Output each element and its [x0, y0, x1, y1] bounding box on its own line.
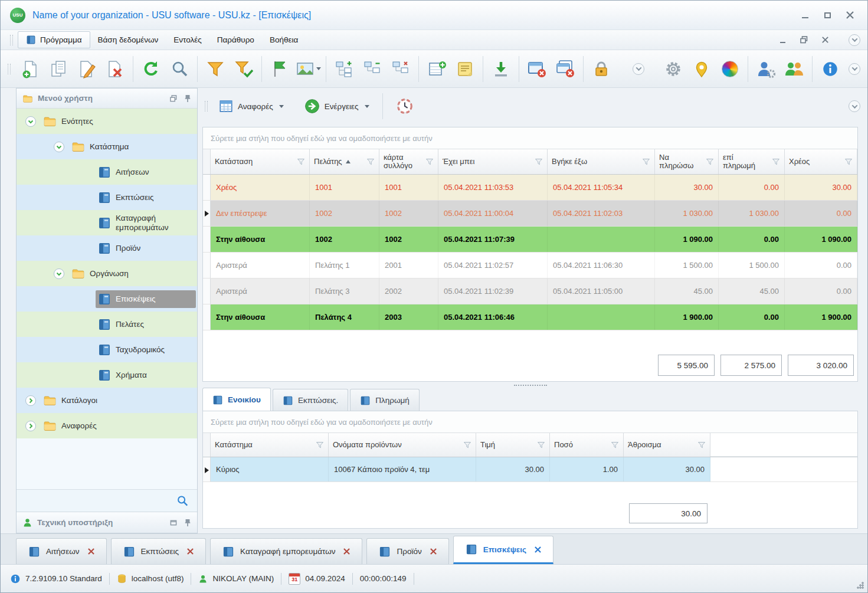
close-window-icon[interactable] [523, 53, 551, 85]
close-all-windows-icon[interactable] [552, 53, 579, 85]
export-icon[interactable] [487, 53, 515, 85]
filter-icon[interactable] [297, 158, 305, 166]
grid-row-in-hall[interactable]: Στην αίθουσα Πελάτης 4 2003 05.04.2021 1… [203, 304, 857, 330]
menubar-collapse-icon[interactable] [849, 34, 860, 46]
column-header-on-payment[interactable]: επί πληρωμή [719, 149, 785, 174]
column-header-price[interactable]: Τιμή [476, 433, 550, 457]
mdi-minimize-icon[interactable] [778, 35, 787, 45]
expand-node-icon[interactable] [25, 395, 37, 407]
location-icon[interactable] [688, 53, 715, 85]
notes-icon[interactable] [451, 53, 479, 85]
minimize-icon[interactable] [800, 11, 810, 20]
collapse-node-icon[interactable] [53, 268, 65, 280]
settings-icon[interactable] [660, 53, 687, 85]
doc-tab-visits[interactable]: Επισκέψεις [453, 536, 553, 564]
tree-item-catalogs[interactable]: Κατάλογοι [17, 388, 197, 413]
panel-splitter[interactable] [202, 383, 858, 388]
search-icon[interactable] [166, 53, 193, 85]
filter-icon[interactable] [316, 441, 324, 449]
tree-item-goods-registration[interactable]: Καταγραφή εμπορευμάτων [17, 210, 197, 235]
doc-tab-goods-registration[interactable]: Καταγραφή εμπορευμάτων [210, 538, 362, 564]
tree-item-visits[interactable]: Επισκέψεις [17, 286, 197, 312]
menu-program[interactable]: Πρόγραμμα [18, 31, 90, 48]
toolbar-overflow-icon[interactable] [633, 63, 644, 75]
calendar-icon[interactable]: 31 [289, 573, 300, 585]
filter-icon[interactable] [425, 158, 434, 166]
grid-row-left[interactable]: Αριστερά Πελάτης 1 2001 05.04.2021 11:02… [203, 253, 857, 279]
doc-tab-requests[interactable]: Αιτήσεων [16, 538, 107, 564]
copy-document-icon[interactable] [45, 53, 72, 85]
filter-icon[interactable] [535, 158, 543, 166]
column-header-debt[interactable]: Χρέος [785, 149, 857, 174]
column-header-status[interactable]: Κατάσταση [211, 149, 310, 174]
collapse-tree-icon[interactable] [359, 53, 386, 85]
close-tab-icon[interactable] [535, 546, 541, 553]
expand-tree-icon[interactable] [330, 53, 358, 85]
pin-icon[interactable] [184, 94, 191, 103]
column-header-client[interactable]: Πελάτης [310, 149, 379, 174]
tree-item-store[interactable]: Κατάστημα [17, 134, 197, 159]
content-toolbar-collapse-icon[interactable] [849, 100, 860, 112]
menu-help[interactable]: Βοήθεια [262, 32, 306, 47]
tree-item-postal[interactable]: Ταχυδρομικός [17, 337, 197, 362]
tree-item-reports[interactable]: Αναφορές [17, 413, 197, 438]
tree-item-discounts[interactable]: Εκπτώσεις [17, 185, 197, 210]
edit-document-icon[interactable] [73, 53, 100, 85]
grid-row-left[interactable]: Αριστερά Πελάτης 3 2002 05.04.2021 11:02… [203, 279, 857, 304]
tab-discounts[interactable]: Εκπτώσεις. [273, 389, 348, 411]
toolbar-collapse-icon[interactable] [849, 63, 860, 75]
column-header-product-names[interactable]: Ονόματα προϊόντων [329, 433, 476, 457]
menu-window[interactable]: Παράθυρο [209, 32, 262, 47]
search-icon[interactable] [176, 494, 189, 507]
column-header-exited[interactable]: Βγήκε έξω [548, 149, 655, 174]
filter-icon[interactable] [772, 158, 780, 166]
restore-panel-icon[interactable] [170, 95, 177, 102]
close-tab-icon[interactable] [88, 548, 94, 555]
tree-item-organization[interactable]: Οργάνωση [17, 261, 197, 286]
reports-button[interactable]: Αναφορές [212, 94, 290, 118]
drag-handle[interactable] [10, 35, 13, 45]
users-icon[interactable] [781, 53, 808, 85]
refresh-icon[interactable] [137, 53, 165, 85]
group-by-panel[interactable]: Σύρετε μια στήλη που οδηγεί εδώ για να ο… [203, 127, 857, 149]
tree-item-sections[interactable]: Ενότητες [17, 109, 197, 134]
info-icon[interactable] [10, 574, 21, 584]
filter-icon[interactable] [697, 441, 706, 449]
tree-item-money[interactable]: Χρήματα [17, 362, 197, 388]
doc-tab-discounts[interactable]: Εκπτώσεις [111, 538, 207, 564]
new-document-icon[interactable] [17, 53, 44, 85]
column-header-club-card[interactable]: κάρτα συλλόγο [379, 149, 438, 174]
filter-icon[interactable] [537, 441, 545, 449]
info-icon[interactable] [817, 53, 844, 85]
collapse-node-icon[interactable] [53, 141, 65, 153]
column-header-quantity[interactable]: Ποσό [550, 433, 624, 457]
mdi-restore-icon[interactable] [799, 35, 808, 45]
tab-rent[interactable]: Ενοικίου [202, 388, 271, 411]
mdi-close-icon[interactable] [820, 35, 830, 45]
palette-icon[interactable] [716, 53, 743, 85]
schedule-icon[interactable] [390, 93, 420, 119]
close-tab-icon[interactable] [343, 548, 350, 555]
user-settings-icon[interactable] [752, 53, 779, 85]
doc-tab-product[interactable]: Προϊόν [366, 538, 448, 564]
filter-icon[interactable] [844, 158, 853, 166]
detail-row[interactable]: Κύριος 10067 Κάποιο προϊόν 4, τεμ 30.00 … [203, 457, 857, 482]
pin-icon[interactable] [184, 519, 191, 527]
delete-document-icon[interactable] [101, 53, 129, 85]
close-icon[interactable] [845, 11, 854, 20]
grid-row-not-returned-selected[interactable]: Δεν επέστρεψε 1002 1002 05.04.2021 11:00… [203, 201, 857, 227]
collapse-all-tree-icon[interactable] [387, 53, 414, 85]
grid-row-in-hall[interactable]: Στην αίθουσα 1002 1002 05.04.2021 11:07:… [203, 227, 857, 253]
tech-support-panel[interactable]: Τεχνική υποστήριξη [17, 512, 197, 533]
filter-icon[interactable] [642, 158, 650, 166]
tree-item-product[interactable]: Προϊόν [17, 235, 197, 261]
column-header-to-pay[interactable]: Να πληρώσω [655, 149, 719, 174]
image-icon[interactable] [294, 53, 322, 85]
group-by-panel[interactable]: Σύρετε μια στήλη που οδηγεί εδώ για να ο… [203, 411, 857, 433]
close-tab-icon[interactable] [187, 548, 194, 555]
actions-button[interactable]: Ενέργειες [298, 94, 375, 119]
drag-handle[interactable] [8, 64, 11, 74]
filter-ok-icon[interactable] [230, 53, 257, 85]
tab-payment[interactable]: Πληρωμή [350, 389, 420, 411]
add-record-icon[interactable] [423, 53, 450, 85]
